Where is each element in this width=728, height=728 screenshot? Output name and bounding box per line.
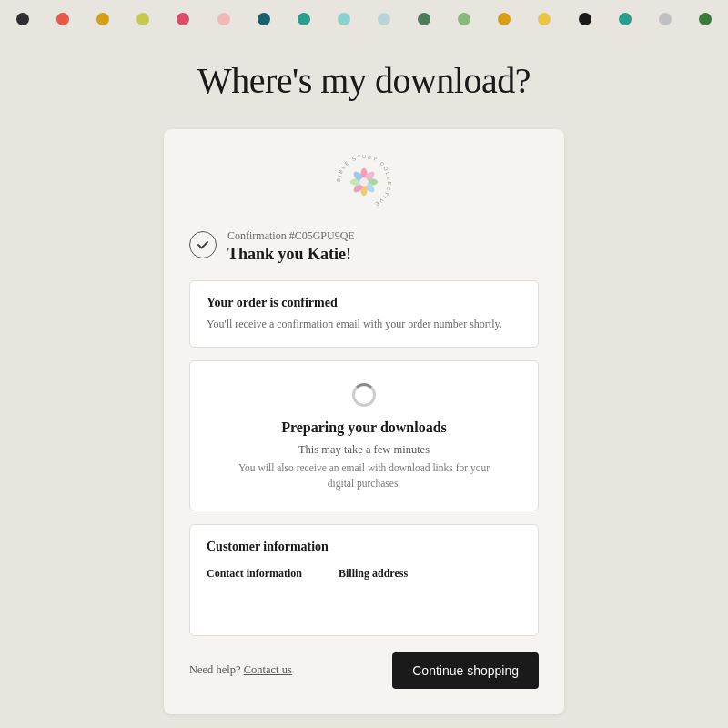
dot-8 [298,13,310,25]
logo-ring-svg: BIBLE STUDY COLLECTIVE [333,151,395,213]
dot-16 [619,13,632,25]
dot-11 [418,13,430,25]
need-help-label: Need help? [189,663,241,676]
confirmation-header: Confirmation #C05GPU9QE Thank you Katie! [189,229,539,264]
dot-7 [258,13,270,25]
dot-3 [96,13,109,25]
download-section: Preparing your downloads This may take a… [189,360,539,511]
dot-10 [378,13,390,25]
loading-spinner-icon [352,383,376,407]
continue-shopping-button[interactable]: Continue shopping [392,652,539,689]
contact-info-col: Contact information [207,567,302,621]
brand-logo: BIBLE STUDY COLLECTIVE [333,151,395,213]
dot-12 [458,13,470,25]
dot-5 [177,13,189,25]
order-confirmed-title: Your order is confirmed [207,296,521,310]
dot-1 [16,13,29,25]
customer-info-section: Customer information Contact information… [189,524,539,636]
download-note: You will also receive an email with down… [237,460,491,492]
main-card: BIBLE STUDY COLLECTIVE [164,129,564,714]
dot-17 [659,13,672,25]
dot-18 [699,13,712,25]
contact-value [207,584,302,621]
order-confirmed-box: Your order is confirmed You'll receive a… [189,280,539,348]
logo-area: BIBLE STUDY COLLECTIVE [189,151,539,213]
dot-9 [338,13,350,25]
billing-value [339,584,408,621]
need-help-text: Need help? Contact us [189,663,292,677]
dot-4 [136,13,149,25]
customer-info-title: Customer information [207,540,521,554]
download-subtitle: This may take a few minutes [207,443,521,457]
card-footer: Need help? Contact us Continue shopping [189,649,539,689]
dot-13 [498,13,511,25]
dot-14 [538,13,551,25]
download-title: Preparing your downloads [207,420,521,436]
contact-us-link[interactable]: Contact us [244,663,292,676]
confirmation-number: Confirmation #C05GPU9QE [228,229,355,243]
dot-15 [579,13,592,25]
contact-label: Contact information [207,567,302,581]
billing-label: Billing address [339,567,408,581]
billing-address-col: Billing address [339,567,408,621]
page-title: Where's my download? [0,50,728,102]
dot-6 [217,13,230,25]
customer-info-columns: Contact information Billing address [207,567,521,621]
order-confirmed-subtitle: You'll receive a confirmation email with… [207,316,521,332]
thank-you-text: Thank you Katie! [228,245,355,264]
svg-text:BIBLE STUDY COLLECTIVE: BIBLE STUDY COLLECTIVE [336,154,392,207]
dot-2 [56,13,69,25]
check-circle-icon [189,231,217,258]
dots-row [0,0,728,38]
confirmation-text-block: Confirmation #C05GPU9QE Thank you Katie! [228,229,355,264]
